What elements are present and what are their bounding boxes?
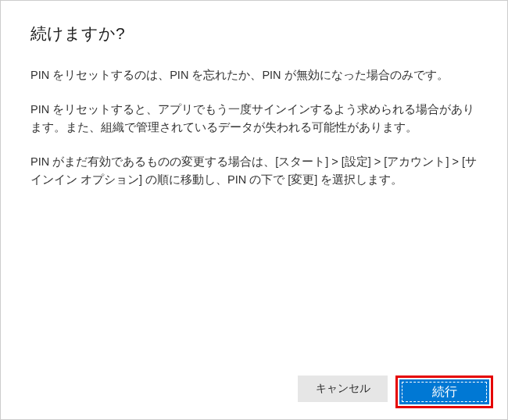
button-bar: キャンセル 続行 <box>298 376 493 408</box>
dialog-paragraph-2: PIN をリセットすると、アプリでもう一度サインインするよう求められる場合があり… <box>30 101 478 136</box>
dialog-paragraph-3: PIN がまだ有効であるものの変更する場合は、[スタート] > [設定] > [… <box>30 153 478 188</box>
continue-button-highlight: 続行 <box>395 376 493 408</box>
dialog-paragraph-1: PIN をリセットするのは、PIN を忘れたか、PIN が無効になった場合のみで… <box>30 66 478 84</box>
dialog-title: 続けますか? <box>30 23 478 44</box>
dialog-content: 続けますか? PIN をリセットするのは、PIN を忘れたか、PIN が無効にな… <box>1 1 507 188</box>
cancel-button[interactable]: キャンセル <box>298 376 388 402</box>
continue-button[interactable]: 続行 <box>399 379 489 404</box>
